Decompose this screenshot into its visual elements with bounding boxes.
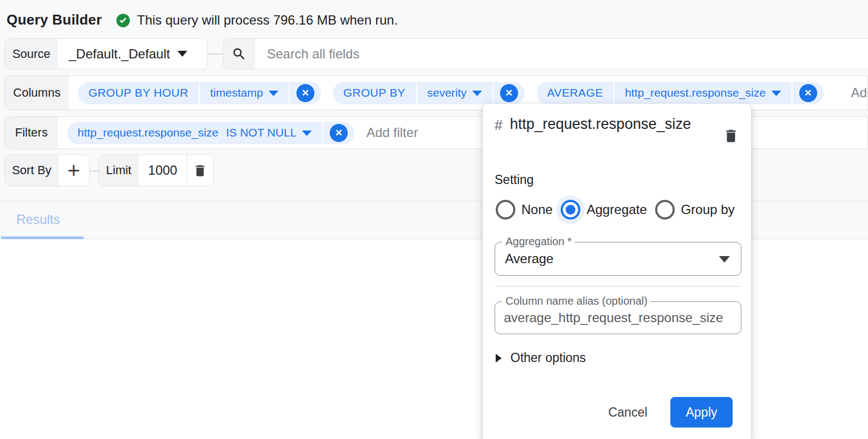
radio-group-by[interactable] <box>655 200 675 220</box>
chip-field-dropdown[interactable]: severity <box>417 82 492 104</box>
sort-by-box: Sort By + <box>4 155 90 186</box>
expand-arrow-icon <box>496 354 502 363</box>
limit-box: Limit <box>98 155 214 186</box>
source-select[interactable]: _Default._Default <box>58 39 201 69</box>
cancel-button[interactable]: Cancel <box>595 399 661 426</box>
chip-field-dropdown[interactable]: http_request.response_size <box>615 82 792 104</box>
chip-operator[interactable]: GROUP BY <box>333 82 416 104</box>
chip-remove-button[interactable]: ✕ <box>323 122 354 144</box>
tab-active-underline <box>1 236 84 239</box>
limit-input[interactable] <box>139 155 187 186</box>
column-settings-dialog: # http_request.response_size Setting Non… <box>483 104 751 439</box>
chevron-down-icon <box>719 256 730 263</box>
plus-icon: + <box>67 158 80 183</box>
chip-remove-button[interactable]: ✕ <box>290 82 321 104</box>
setting-heading: Setting <box>495 173 534 187</box>
radio-aggregate[interactable] <box>561 200 580 220</box>
filters-label: Filters <box>5 117 58 149</box>
sort-by-label: Sort By <box>5 155 58 186</box>
radio-none-label[interactable]: None <box>521 202 552 217</box>
search-input[interactable] <box>255 39 868 69</box>
delete-limit-button[interactable] <box>187 155 213 186</box>
tab-results[interactable]: Results <box>16 212 60 227</box>
trash-icon <box>193 163 207 178</box>
column-chip-severity: GROUP BY severity ✕ <box>333 82 525 104</box>
chevron-down-icon <box>177 51 187 57</box>
column-chip-response-size: AVERAGE http_request.response_size ✕ <box>537 82 824 104</box>
other-options-label: Other options <box>510 351 586 365</box>
page-title: Query Builder <box>7 11 102 28</box>
divider <box>495 286 741 287</box>
source-label: Source <box>5 39 58 69</box>
chip-remove-button[interactable]: ✕ <box>494 82 525 104</box>
chip-field-dropdown[interactable]: timestamp <box>200 82 289 104</box>
query-status-message: This query will process 796.16 MB when r… <box>137 13 398 28</box>
source-value: _Default._Default <box>69 46 170 62</box>
columns-label: Columns <box>5 76 69 110</box>
chevron-down-icon <box>771 91 781 96</box>
close-icon: ✕ <box>296 84 314 102</box>
close-icon: ✕ <box>330 124 348 142</box>
alias-field-box: Column name alias (optional) <box>495 301 741 334</box>
radio-group-by-label[interactable]: Group by <box>681 202 735 217</box>
connector-dash <box>90 170 98 171</box>
source-box: Source _Default._Default <box>4 38 207 69</box>
filter-chip-response-size: http_request.response_sizeIS NOT NULL ✕ <box>67 122 354 144</box>
trash-icon <box>723 128 739 144</box>
check-circle-icon <box>116 13 130 28</box>
radio-aggregate-label[interactable]: Aggregate <box>586 202 647 217</box>
search-box <box>223 38 868 69</box>
setting-radio-group: None Aggregate Group by <box>496 200 744 220</box>
close-icon: ✕ <box>500 84 518 102</box>
add-sort-button[interactable]: + <box>58 155 89 186</box>
numeric-type-icon: # <box>495 117 502 134</box>
chevron-down-icon <box>269 91 278 96</box>
close-icon: ✕ <box>799 84 817 102</box>
filter-expression-dropdown[interactable]: http_request.response_sizeIS NOT NULL <box>67 122 322 144</box>
search-icon <box>223 39 255 69</box>
delete-column-button[interactable] <box>723 128 739 144</box>
chip-operator[interactable]: AVERAGE <box>537 82 614 104</box>
alias-input[interactable] <box>504 302 739 333</box>
connector-dash <box>207 54 223 55</box>
other-options-expander[interactable]: Other options <box>496 351 586 365</box>
radio-none[interactable] <box>496 200 515 220</box>
dialog-field-name: http_request.response_size <box>510 112 717 136</box>
aggregation-value: Average <box>505 242 554 275</box>
add-filter-field[interactable]: Add filter <box>366 125 418 140</box>
apply-button[interactable]: Apply <box>670 397 733 428</box>
chevron-down-icon <box>302 130 312 136</box>
add-column-field[interactable]: Add column <box>851 85 868 100</box>
column-chip-timestamp: GROUP BY HOUR timestamp ✕ <box>78 82 321 104</box>
limit-label: Limit <box>99 155 139 186</box>
aggregation-select[interactable]: Aggregation * Average <box>495 242 741 276</box>
chip-operator[interactable]: GROUP BY HOUR <box>78 82 199 104</box>
chevron-down-icon <box>472 91 482 96</box>
chip-remove-button[interactable]: ✕ <box>793 82 824 104</box>
